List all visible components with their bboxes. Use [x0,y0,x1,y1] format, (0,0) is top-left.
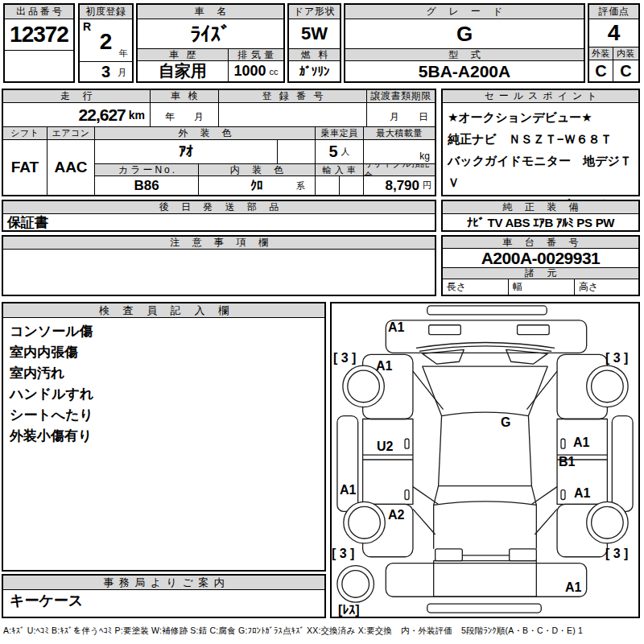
exterior-color-extra-cell [278,140,316,164]
import-car-cell-2 [340,176,364,195]
recycle-deposit-label: リサイクル預託金 [364,164,435,176]
grade-label: グ レ ー ド [345,5,584,19]
spec-width-label: 幅 [509,279,575,295]
score-value: 4 [589,19,638,47]
damage-label: [ﾚｽ] [338,604,360,617]
aircon-label: エアコン [47,127,95,140]
damage-label-layer: A1[ 3 ]A1[ 3 ]GU2A1B1A1A1A2[ 3 ][ 3 ]A1[… [332,303,638,617]
notes-box: 注 意 事 項 欄 [2,235,436,296]
interior-color-cell: ｸﾛ 系 [199,176,316,195]
grade-value: G [345,19,584,48]
displacement-unit: cc [270,67,279,76]
history-value: 自家用 [138,61,229,81]
inspection-label: 車 検 [151,90,219,103]
damage-label: A1 [573,436,589,449]
equipment-label: 純 正 装 備 [443,201,638,214]
legend-text: A:ｷｽﾞ U:ﾍｺﾐ B:ｷｽﾞを伴うﾍｺﾐ P:要塗装 W:補修跡 S:錆 … [3,625,641,637]
max-load-cell: kg [364,140,435,164]
car-name-box: 車 名 ﾗｲｽﾞ 車 歴 排 気 量 自家用 1000 cc [136,3,285,83]
interior-grade-label: 内装 [613,47,638,60]
import-car-cell-1 [316,176,340,195]
damage-label: A2 [388,509,404,522]
capacity-label: 乗車定員 [316,127,364,140]
exterior-color-value: ｱｵ [95,140,278,164]
capacity-unit: 人 [341,146,350,158]
door-shape-box: ドア形状 5W 燃 料 ｶﾞｿﾘﾝ [287,3,341,83]
vehicle-details-box: 走 行 車 検 登 録 番 号 譲渡書類期限 22,627 km 年 月 月 日… [2,89,436,196]
car-name-label: 車 名 [138,5,283,19]
max-load-unit: kg [419,151,430,162]
sales-point-label: セールスポイント [443,90,638,103]
auction-number-label: 出品番号 [5,5,73,19]
auction-number-empty-cell [5,51,73,81]
auction-number-value: 12372 [5,19,73,51]
model-code-label: 型 式 [345,48,584,61]
interior-color-value: ｸﾛ [250,179,263,193]
recycle-deposit-cell: 8,790 円 [364,176,435,195]
inspection-value: 年 月 [151,103,219,127]
recycle-deposit-value: 8,790 [385,178,419,194]
transfer-deadline-label: 譲渡書類期限 [367,90,435,103]
chassis-value: A200A-0029931 [443,249,638,268]
model-code-value: 5BA-A200A [345,61,584,81]
first-registration-label: 初度登録 [80,5,132,19]
damage-label: A1 [574,487,590,500]
max-load-label: 最大積載量 [364,127,435,140]
displacement-label: 排 気 量 [229,48,283,61]
equipment-value: ﾅﾋﾞ TV ABS ｴｱB ｱﾙﾐ PS PW [443,214,638,230]
damage-label: G [501,416,510,429]
damage-label: [ 3 ] [333,352,356,365]
specs-label: 諸 元 [443,268,638,279]
recycle-deposit-unit: 円 [423,180,431,192]
first-registration-month: 3 [101,63,110,81]
auction-sheet: 出品番号 12372 初度登録 R 2 年 3 月 車 名 ﾗｲｽﾞ 車 歴 排… [0,0,644,644]
exterior-color-label: 外 装 色 [95,127,316,140]
first-registration-year-cell: R 2 年 [80,19,132,62]
mileage-value: 22,627 [79,105,126,125]
office-info-box: 事務局よりご案内 キーケース [2,574,326,618]
damage-label: A1 [565,581,581,594]
capacity-cell: 5 人 [316,140,364,164]
exterior-grade-label: 外装 [589,47,613,60]
car-name-value: ﾗｲｽﾞ [138,19,283,48]
month-unit: 月 [118,67,126,79]
door-shape-label: ドア形状 [289,5,340,19]
year-unit: 年 [119,47,128,60]
registration-number-label: 登 録 番 号 [219,90,367,103]
first-registration-year: 2 [100,29,113,55]
notes-value [3,250,435,295]
transfer-deadline-value: 月 日 [367,103,435,127]
era-value: R [83,20,91,33]
aircon-value: AAC [47,140,95,195]
inspector-notes: コンソール傷 室内内張傷 室内汚れ ハンドルすれ シートへたり 外装小傷有り [10,321,321,447]
damage-label: A1 [340,484,356,497]
damage-label: A1 [376,360,392,373]
spec-height-label: 高さ [575,279,638,295]
chassis-label: 車 台 番 号 [443,237,638,249]
shift-label: シフト [3,127,47,140]
later-parts-value: 保証書 [3,214,435,230]
displacement-cell: 1000 cc [229,61,283,81]
auction-number-box: 出品番号 12372 [3,3,75,83]
interior-grade-value: C [613,60,638,81]
shift-value: FAT [3,140,47,195]
fuel-value: ｶﾞｿﾘﾝ [289,61,340,81]
registration-number-value [219,103,367,127]
sales-point-box: セールスポイント ★オークションデビュー★ 純正ナビ ＮＳＺＴ−Ｗ６８Ｔ バック… [441,89,640,196]
color-no-label: カラーNo. [95,164,199,176]
exterior-grade-value: C [589,60,613,81]
spec-length-label: 長さ [443,279,509,295]
mileage-label: 走 行 [3,90,151,103]
inspector-box: 検 査 員 記 入 欄 コンソール傷 室内内張傷 室内汚れ ハンドルすれ シート… [2,302,326,572]
damage-label: A1 [388,321,404,334]
mileage-unit: km [129,109,145,122]
history-label: 車 歴 [138,48,229,61]
damage-label: [ 3 ] [605,547,628,560]
grade-box: グ レ ー ド G 型 式 5BA-A200A [344,3,585,83]
displacement-value: 1000 [233,63,266,80]
notes-label: 注 意 事 項 欄 [3,237,435,250]
car-diagram-box: A1[ 3 ]A1[ 3 ]GU2A1B1A1A1A2[ 3 ][ 3 ]A1[… [330,302,640,618]
inspector-label: 検 査 員 記 入 欄 [3,303,324,318]
import-car-label: 輸 入 車 [316,164,364,176]
damage-label: [ 3 ] [605,352,628,365]
